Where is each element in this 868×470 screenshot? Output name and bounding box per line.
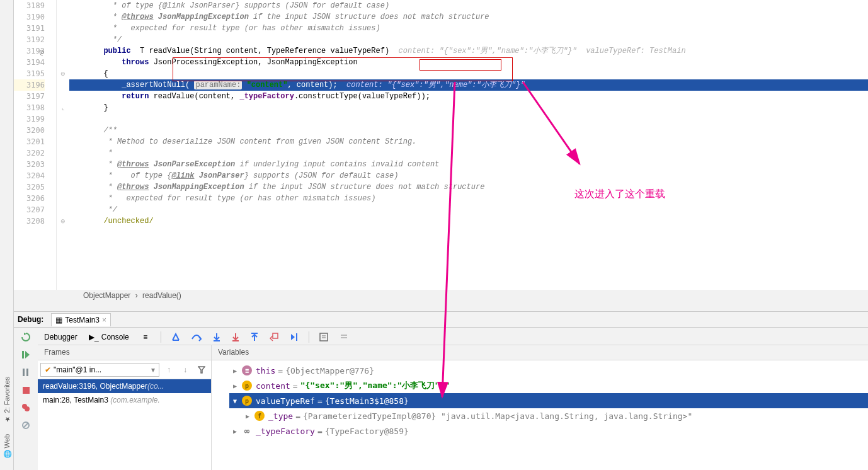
var-this[interactable]: ▶ ≡ this = {ObjectMapper@776} (229, 363, 868, 378)
mute-breakpoints-button[interactable] (19, 418, 33, 432)
console-tab[interactable]: ▶_Console (84, 330, 134, 345)
drop-frame-button[interactable] (265, 330, 283, 344)
expand-icon[interactable]: ▶ (233, 382, 242, 389)
step-out-button[interactable] (246, 330, 263, 344)
close-icon[interactable]: × (102, 316, 106, 324)
field-icon: f (254, 411, 265, 421)
var-type[interactable]: ▶ f _type = {ParameterizedTypeImpl@870} … (229, 408, 868, 423)
svg-rect-3 (23, 369, 25, 376)
frame-item[interactable]: main:28, TestMain3 (com.example. (38, 393, 211, 407)
frames-toolbar: ✔ "main"@1 in... ▾ ↑ ↓ (38, 360, 211, 379)
filter-frames-button[interactable] (195, 363, 208, 377)
stop-button[interactable] (19, 383, 33, 397)
debug-label: Debug: (18, 315, 43, 324)
debug-panel-headers: Frames Variables (38, 345, 868, 360)
show-execution-point-button[interactable] (166, 330, 185, 344)
threads-button[interactable]: ≡ (135, 330, 156, 345)
web-toolwindow[interactable]: 🌐 Web (3, 434, 11, 459)
svg-line-9 (23, 423, 28, 428)
favorites-toolwindow[interactable]: ★ 2: Favorites (3, 377, 11, 423)
expand-icon[interactable]: ▶ (233, 428, 242, 435)
code-body[interactable]: * of type {@link JsonParser} supports (J… (69, 0, 868, 290)
debug-left-toolbar (14, 328, 38, 432)
expand-icon[interactable]: ▶ (246, 413, 254, 420)
var-valueTypeRef[interactable]: ▼ p valueTypeRef = {TestMain3$1@858} (229, 393, 868, 408)
step-into-button[interactable] (208, 330, 226, 344)
editor-breadcrumb[interactable]: ObjectMapper › readValue() (81, 291, 184, 300)
svg-rect-17 (273, 333, 278, 338)
frames-panel: ✔ "main"@1 in... ▾ ↑ ↓ readValue:3196, O… (38, 360, 212, 470)
var-content[interactable]: ▶ p content = "{"sex":"男","name":"小李飞刀"}… (229, 378, 868, 393)
expand-icon[interactable]: ▶ (233, 367, 242, 374)
svg-rect-2 (22, 351, 24, 358)
resume-button[interactable] (19, 348, 33, 362)
step-over-button[interactable] (186, 330, 207, 344)
debugger-tab[interactable]: Debugger (39, 330, 83, 344)
debug-session-tab[interactable]: ▦ TestMain3 × (51, 313, 111, 326)
frames-header: Frames (38, 345, 212, 360)
pause-button[interactable] (19, 365, 33, 379)
tool-window-strip-left: ★ 2: Favorites 🌐 Web (0, 0, 14, 470)
variables-panel[interactable]: ▶ ≡ this = {ObjectMapper@776} ▶ p conten… (212, 360, 868, 470)
debug-toolbar: Debugger ▶_Console ≡ (38, 329, 868, 345)
svg-rect-4 (26, 369, 28, 376)
editor[interactable]: 31893190319131923193@3194319531963197319… (14, 0, 868, 290)
frames-list[interactable]: readValue:3196, ObjectMapper(co...main:2… (38, 379, 211, 407)
variables-header: Variables (212, 345, 255, 360)
svg-point-7 (25, 406, 30, 411)
rerun-button[interactable] (19, 330, 33, 344)
svg-rect-5 (23, 387, 30, 394)
run-config-icon: ▦ (55, 316, 62, 324)
var-typeFactory[interactable]: ▶ ∞ _typeFactory = {TypeFactory@859} (229, 423, 868, 438)
evaluate-expression-button[interactable] (314, 330, 333, 344)
run-to-cursor-button[interactable] (285, 330, 304, 344)
view-breakpoints-button[interactable] (19, 401, 33, 415)
debug-toolwindow-header: Debug: ▦ TestMain3 × (14, 311, 868, 328)
next-frame-button[interactable]: ↓ (178, 363, 192, 377)
param-icon: p (242, 381, 252, 391)
param-icon: p (242, 396, 252, 406)
object-icon: ≡ (242, 365, 252, 375)
link-icon: ∞ (242, 426, 252, 436)
force-step-into-button[interactable] (227, 330, 244, 344)
fold-strip: ⊖⌞⊖ (57, 0, 69, 290)
thread-selector[interactable]: ✔ "main"@1 in... ▾ (40, 363, 159, 377)
collapse-icon[interactable]: ▼ (233, 398, 242, 404)
editor-gutter: 31893190319131923193@3194319531963197319… (14, 0, 57, 290)
trace-current-stream-button[interactable] (334, 330, 353, 344)
frame-item[interactable]: readValue:3196, ObjectMapper(co... (38, 379, 211, 393)
prev-frame-button[interactable]: ↑ (162, 363, 176, 377)
svg-rect-19 (320, 333, 328, 341)
console-icon: ▶_ (89, 332, 99, 342)
